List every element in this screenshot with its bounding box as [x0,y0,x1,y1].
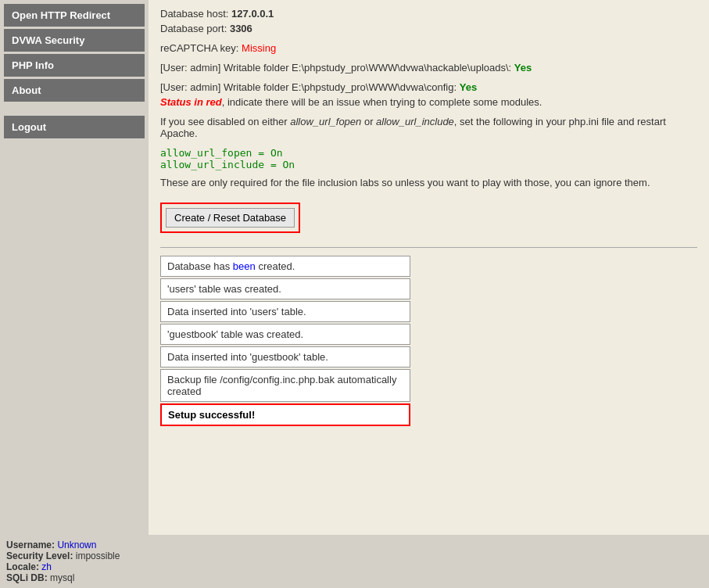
create-reset-box: Create / Reset Database [160,203,300,233]
sqli-label: SQLi DB: [6,572,48,583]
recaptcha-line: reCAPTCHA key: Missing [160,42,697,54]
divider [160,247,697,248]
status-red-line: Status in red, indicate there will be an… [160,96,697,108]
sidebar-btn-logout[interactable]: Logout [4,116,145,138]
file-inclusion-note: These are only required for the file inc… [160,177,697,188]
result-row-6: Backup file /config/config.inc.php.bak a… [160,369,410,402]
allow-note: If you see disabled on either allow_url_… [160,116,697,139]
writable-2-status: Yes [460,81,477,93]
results-table: Database has been created. 'users' table… [160,256,410,426]
code-line2: allow_url_include = On [160,159,697,170]
result-row-1: Database has been created. [160,256,410,277]
db-port-line: Database port: 3306 [160,23,697,34]
status-red-suffix: , indicate there will be an issue when t… [222,96,542,108]
result-row-4: 'guestbook' table was created. [160,324,410,345]
result-row-2: 'users' table was created. [160,278,410,299]
security-value: impossible [76,550,120,561]
sidebar-btn-dvwa-security[interactable]: DVWA Security [4,29,145,52]
db-host-label: Database host: [160,8,228,20]
db-host-line: Database host: 127.0.0.1 [160,8,697,20]
footer: Username: Unknown Security Level: imposs… [0,535,709,588]
sidebar-btn-php-info[interactable]: PHP Info [4,54,145,77]
sidebar-btn-open-http-redirect[interactable]: Open HTTP Redirect [4,4,145,27]
writable-folder-1-text: [User: admin] Writable folder E:\phpstud… [160,62,511,74]
footer-locale: Locale: zh [6,561,703,572]
username-value: Unknown [57,540,96,550]
recaptcha-value: Missing [242,42,276,54]
locale-label: Locale: [6,561,39,572]
result-row-5: Data inserted into 'guestbook' table. [160,346,410,368]
sidebar: Open HTTP Redirect DVWA Security PHP Inf… [0,0,149,535]
footer-username: Username: Unknown [6,540,703,550]
code-block: allow_url_fopen = On allow_url_include =… [160,147,697,170]
footer-security: Security Level: impossible [6,550,703,561]
footer-sqli: SQLi DB: mysql [6,572,703,583]
writable-folder-2-text: [User: admin] Writable folder E:\phpstud… [160,81,457,93]
allow-note-text: If you see disabled on either allow_url_… [160,116,666,139]
status-red-text: Status in red [160,96,222,108]
db-port-label: Database port: [160,23,227,34]
highlight-been: been [233,260,256,272]
username-label: Username: [6,540,55,550]
security-label: Security Level: [6,550,73,561]
db-port-value: 3306 [230,23,252,34]
writable-folder-2-line: [User: admin] Writable folder E:\phpstud… [160,81,697,93]
result-row-3: Data inserted into 'users' table. [160,301,410,322]
sqli-value: mysql [50,572,74,583]
recaptcha-label: reCAPTCHA key: [160,42,238,54]
writable-folder-1-line: [User: admin] Writable folder E:\phpstud… [160,62,697,74]
db-host-value: 127.0.0.1 [231,8,274,20]
create-reset-button[interactable]: Create / Reset Database [166,208,295,228]
sidebar-btn-about[interactable]: About [4,79,145,102]
writable-1-status: Yes [514,62,532,74]
code-line1: allow_url_fopen = On [160,147,697,159]
setup-success-row: Setup successful! [160,403,410,426]
main-content: Database host: 127.0.0.1 Database port: … [149,0,709,535]
locale-value: zh [41,561,52,572]
